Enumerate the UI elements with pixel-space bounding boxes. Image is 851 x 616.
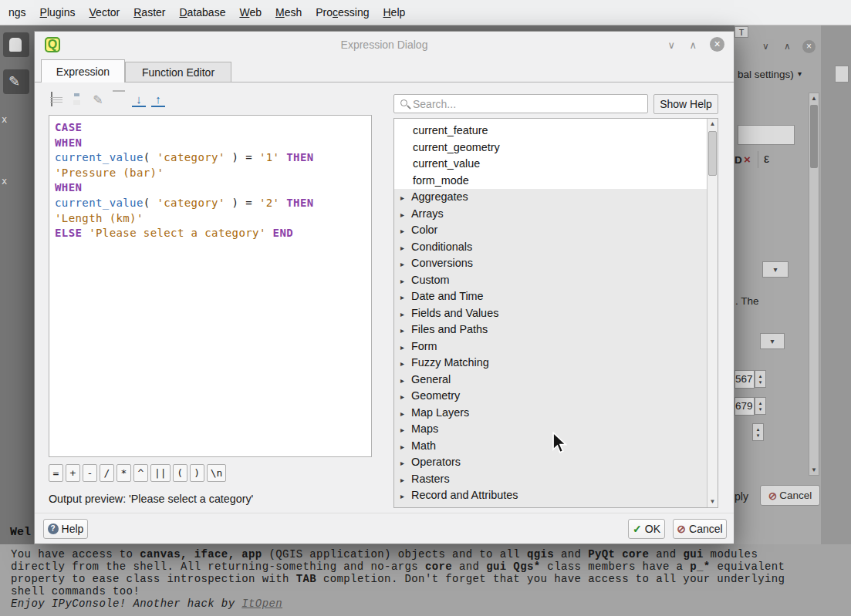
toolbar-edit-icon[interactable]: ✎ [3,69,29,94]
help-button[interactable]: ? Help [43,519,88,539]
cancel-button[interactable]: ⊘ Cancel [673,519,727,539]
function-group-operators[interactable]: ▸Operators [394,454,707,471]
panel-tool-icon[interactable] [835,66,849,82]
function-group-conversions[interactable]: ▸Conversions [394,255,707,272]
function-group-geometry[interactable]: ▸Geometry [394,388,707,405]
menu-item-database[interactable]: Database [172,1,232,24]
scroll-up-icon[interactable]: ▲ [809,93,819,103]
function-group-custom[interactable]: ▸Custom [394,272,707,289]
scroll-down-icon[interactable]: ▼ [809,465,819,475]
dropdown-fragment[interactable]: ▾ [760,333,785,349]
expand-icon: ▸ [400,505,411,508]
function-group-files-and-paths[interactable]: ▸Files and Paths [394,321,707,338]
spinner-down-icon[interactable]: ▾ [759,379,762,385]
spinner[interactable]: ▴▾ [755,370,766,388]
edit-expression-icon[interactable]: ✎ [90,93,106,108]
scroll-down-icon[interactable]: ▼ [707,497,718,507]
menu-item-help[interactable]: Help [376,1,412,24]
function-item-current_geometry[interactable]: current_geometry [394,140,707,157]
operator-button[interactable]: ) [190,464,204,482]
shade-icon[interactable]: ∨ [667,39,675,51]
tab-expression[interactable]: Expression [41,59,125,82]
operator-button[interactable]: = [49,464,63,482]
function-group-fields-and-values[interactable]: ▸Fields and Values [394,305,707,322]
dropdown-fragment[interactable]: ▾ [762,261,789,278]
scroll-up-icon[interactable]: ▲ [707,119,718,130]
shade-icon[interactable]: ∨ [762,41,769,52]
spinner-down-icon[interactable]: ▾ [757,433,760,439]
function-item-form_mode[interactable]: form_mode [394,173,707,190]
function-group-date-and-time[interactable]: ▸Date and Time [394,288,707,305]
spinbox-value[interactable]: 567 [734,370,755,389]
spinner-up-icon[interactable]: ▴ [759,373,762,379]
menu-item-mesh[interactable]: Mesh [268,1,309,24]
spinner-up-icon[interactable]: ▴ [757,426,760,433]
operator-button[interactable]: ^ [133,464,148,482]
menu-item-ngs[interactable]: ngs [2,1,33,24]
function-group-record-and-attributes[interactable]: ▸Record and Attributes [394,487,707,504]
spinner-down-icon[interactable]: ▾ [759,406,762,412]
save-expression-icon[interactable] [69,93,85,108]
apply-button-fragment[interactable]: ply [734,490,748,503]
python-console-output: You have access to canvas, iface, app (Q… [0,544,851,616]
panel-scrollbar[interactable]: ▲ ▼ [809,93,819,476]
expression-editor[interactable]: CASEWHENcurrent_value( 'category' ) = '1… [49,115,372,457]
operator-button[interactable]: + [66,464,80,482]
function-group-color[interactable]: ▸Color [394,222,707,239]
function-item-current_feature[interactable]: current_feature [394,123,707,140]
text-field-fragment[interactable] [738,125,795,145]
menu-item-vector[interactable]: Vector [83,1,127,24]
ok-button[interactable]: ✓ OK [628,519,665,539]
function-group-arrays[interactable]: ▸Arrays [394,206,707,223]
expression-epsilon-button[interactable]: ε [764,152,769,166]
settings-dropdown-fragment[interactable]: bal settings) [738,69,794,80]
spinner[interactable]: ▴▾ [755,397,766,415]
new-expression-icon[interactable] [49,93,64,108]
unshade-icon[interactable]: ∧ [784,41,791,52]
menu-item-web[interactable]: Web [232,1,268,24]
spinner-up-icon[interactable]: ▴ [759,400,762,406]
operator-button[interactable]: - [83,464,97,482]
function-group-aggregates[interactable]: ▸Aggregates [394,189,707,206]
toolbar-pan-icon[interactable] [3,32,29,57]
function-group-string[interactable]: ▸String [394,504,707,508]
operator-button[interactable]: \n [207,464,227,482]
recent-functions: current_featurecurrent_geometrycurrent_v… [394,119,707,189]
unshade-icon[interactable]: ∧ [689,39,697,51]
function-group-form[interactable]: ▸Form [394,338,707,355]
menu-item-processing[interactable]: Processing [309,1,376,24]
scrollbar-thumb[interactable] [810,105,818,168]
function-group-map-layers[interactable]: ▸Map Layers [394,405,707,422]
import-expression-icon[interactable]: ↓ [132,93,146,107]
close-icon[interactable]: × [802,40,816,53]
spinner[interactable]: ▴▾ [752,423,764,441]
function-group-general[interactable]: ▸General [394,372,707,389]
function-group-maps[interactable]: ▸Maps [394,421,707,438]
function-item-current_value[interactable]: current_value [394,156,707,173]
search-input[interactable] [413,95,644,113]
show-help-button[interactable]: Show Help [653,94,718,114]
cancel-label: Cancel [779,490,812,501]
menu-item-plugins[interactable]: Plugins [33,1,83,24]
list-scrollbar[interactable]: ▲ ▼ [707,119,718,507]
delete-expression-icon[interactable] [111,93,127,108]
spinbox-value[interactable]: 679 [734,397,755,416]
function-group-fuzzy-matching[interactable]: ▸Fuzzy Matching [394,355,707,372]
menu-item-raster[interactable]: Raster [127,1,172,24]
scrollbar-thumb[interactable] [708,131,717,176]
function-group-math[interactable]: ▸Math [394,438,707,455]
operator-button[interactable]: || [150,464,171,482]
close-icon[interactable]: × [710,37,724,52]
cancel-icon: ⊘ [768,490,777,502]
operator-button[interactable]: * [117,464,131,482]
function-group-rasters[interactable]: ▸Rasters [394,471,707,488]
expand-icon: ▸ [400,389,411,406]
tab-function-editor[interactable]: Function Editor [125,62,231,82]
export-expression-icon[interactable]: ↑ [151,93,165,107]
background-cancel-button[interactable]: ⊘ Cancel [760,485,820,506]
function-group-conditionals[interactable]: ▸Conditionals [394,239,707,256]
clear-icon[interactable]: × [744,153,751,166]
operator-button[interactable]: / [100,464,114,482]
operator-button[interactable]: ( [173,464,187,482]
dialog-titlebar[interactable]: Q Expression Dialog ∨ ∧ × [35,32,734,59]
